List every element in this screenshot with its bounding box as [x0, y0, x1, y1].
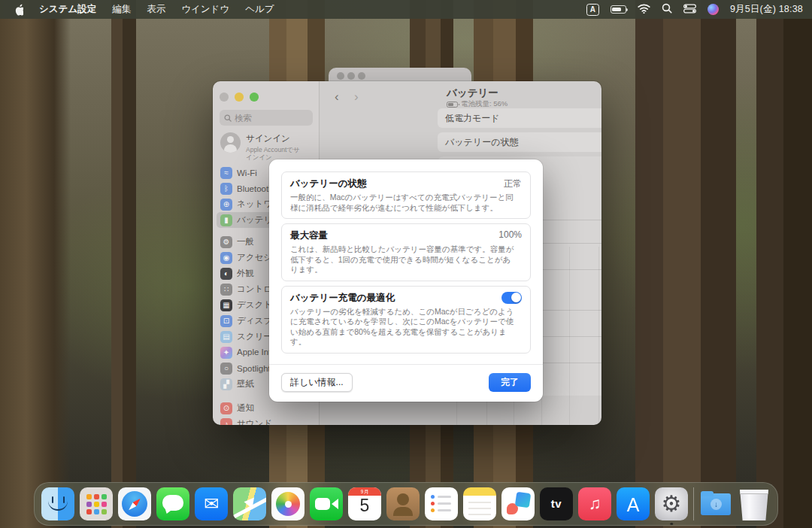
calendar-day: 5: [348, 496, 381, 516]
sidebar-item-notifications[interactable]: ⊙通知: [217, 400, 316, 416]
dock-messages[interactable]: [156, 487, 189, 520]
close-button[interactable]: [220, 93, 229, 102]
battery-status-icon[interactable]: [611, 5, 626, 14]
battery-icon: [447, 102, 458, 108]
card-title: バッテリー充電の最適化: [290, 292, 395, 305]
dock-calendar[interactable]: 9月 5: [348, 487, 381, 520]
done-button[interactable]: 完了: [489, 373, 531, 392]
menu-window[interactable]: ウインドウ: [181, 3, 229, 16]
dock-photos[interactable]: [271, 487, 304, 520]
optimized-charging-toggle[interactable]: [501, 292, 522, 304]
dock-downloads[interactable]: ↓: [699, 487, 732, 520]
accessibility-icon: ◉: [220, 252, 232, 264]
desktop: システム設定 編集 表示 ウインドウ ヘルプ A 9月5日(金) 18:38: [0, 0, 812, 528]
signin-subtitle: Apple Accountでサインイン: [246, 146, 304, 161]
background-close-button[interactable]: [337, 72, 344, 80]
wifi-icon: ≈: [220, 167, 232, 179]
siri-icon[interactable]: [707, 4, 719, 15]
running-indicator: [670, 523, 673, 526]
screensaver-icon: ▤: [220, 331, 232, 343]
battery-icon: ▮: [220, 214, 232, 226]
search-icon[interactable]: [662, 3, 672, 16]
dock-contacts[interactable]: [386, 487, 420, 520]
card-value: 100%: [498, 229, 522, 240]
dock-music[interactable]: [578, 487, 611, 520]
dock-safari[interactable]: [118, 487, 151, 520]
dock-freeform[interactable]: [501, 487, 535, 520]
calendar-month: 9月: [348, 488, 381, 496]
card-title: 最大容量: [290, 229, 328, 242]
apple-menu-icon[interactable]: [14, 4, 23, 16]
sidebar-signin[interactable]: サインイン Apple Accountでサインイン: [220, 132, 304, 161]
bluetooth-icon: ᛒ: [220, 183, 232, 195]
menu-view[interactable]: 表示: [147, 3, 165, 16]
menu-clock[interactable]: 9月5日(金) 18:38: [730, 3, 803, 16]
dock-facetime[interactable]: [310, 487, 343, 520]
more-info-button[interactable]: 詳しい情報...: [281, 373, 353, 392]
optimized-charging-card: バッテリー充電の最適化 バッテリーの劣化を軽減するため、このMacが日ごろどのよ…: [281, 286, 531, 354]
dock-trash[interactable]: [738, 490, 771, 520]
desktop-dock-icon: ▦: [220, 299, 232, 311]
background-zoom-button[interactable]: [358, 72, 365, 80]
network-icon: ⊕: [220, 199, 232, 211]
card-description: バッテリーの劣化を軽減するため、このMacが日ごろどのように充電されているかを学…: [290, 307, 522, 347]
apple-intelligence-icon: ✦: [220, 347, 232, 359]
dock-tv[interactable]: tv: [540, 487, 573, 520]
dock-maps[interactable]: [233, 487, 266, 520]
download-arrow-icon: ↓: [710, 499, 722, 510]
dock-launchpad[interactable]: [80, 487, 113, 520]
display-icon: ⊡: [220, 315, 232, 327]
menu-help[interactable]: ヘルプ: [245, 3, 274, 16]
card-description: 一般的に、Macのバッテリーはすべての充電式バッテリーと同様に消耗品で経年劣化が…: [290, 193, 522, 213]
card-description: これは、新品時と比較したバッテリー容量の基準です。容量が低下すると、1回の充電で…: [290, 244, 522, 275]
card-title: バッテリーの状態: [290, 178, 366, 190]
dock-finder[interactable]: [41, 487, 74, 520]
battery-health-row: バッテリーの状態 正常 i: [438, 132, 601, 152]
menu-edit[interactable]: 編集: [112, 3, 131, 16]
sidebar-search-field[interactable]: [220, 110, 313, 126]
wallpaper-icon: ▞: [220, 378, 232, 390]
control-center-icon: ∷: [220, 284, 232, 296]
dock-separator: [693, 487, 694, 520]
sidebar-item-sound[interactable]: ♪サウンド: [217, 416, 316, 425]
search-icon: [224, 111, 232, 125]
forward-button[interactable]: ›: [354, 90, 359, 105]
appearance-icon: ◐: [220, 268, 232, 280]
spotlight-icon: ○: [220, 363, 232, 375]
wifi-status-icon[interactable]: [638, 4, 650, 16]
sound-icon: ♪: [220, 418, 232, 426]
menu-app-name[interactable]: システム設定: [39, 3, 96, 16]
signin-title: サインイン: [246, 133, 304, 144]
input-source-icon[interactable]: A: [586, 4, 599, 16]
zoom-button[interactable]: [250, 93, 259, 102]
dock: 9月 5 tv ↓: [34, 482, 778, 526]
dock-mail[interactable]: [195, 487, 228, 520]
dock-reminders[interactable]: [425, 487, 458, 520]
control-center-icon[interactable]: [683, 4, 696, 16]
background-minimize-button[interactable]: [347, 72, 355, 80]
low-power-mode-row: 低電力モード しない ▴▾: [438, 108, 601, 128]
dock-system-settings[interactable]: [655, 487, 688, 520]
menu-bar: システム設定 編集 表示 ウインドウ ヘルプ A 9月5日(金) 18:38: [0, 0, 812, 19]
dialog-footer: 詳しい情報... 完了: [269, 364, 543, 402]
maximum-capacity-card: 最大容量 100% これは、新品時と比較したバッテリー容量の基準です。容量が低下…: [281, 223, 531, 281]
tv-logo: tv: [540, 487, 573, 520]
dock-app-store[interactable]: [617, 487, 650, 520]
avatar: [220, 132, 241, 153]
minimize-button[interactable]: [235, 93, 244, 102]
back-button[interactable]: ‹: [335, 90, 339, 105]
dock-notes[interactable]: [463, 487, 496, 520]
battery-condition-card: バッテリーの状態 正常 一般的に、Macのバッテリーはすべての充電式バッテリーと…: [281, 171, 531, 219]
page-title: バッテリー: [447, 86, 498, 100]
card-value: 正常: [504, 178, 522, 190]
notifications-icon: ⊙: [220, 402, 232, 414]
gear-icon: ⚙: [220, 236, 232, 248]
battery-health-dialog: バッテリーの状態 正常 一般的に、Macのバッテリーはすべての充電式バッテリーと…: [269, 159, 543, 402]
search-input[interactable]: [235, 114, 302, 123]
